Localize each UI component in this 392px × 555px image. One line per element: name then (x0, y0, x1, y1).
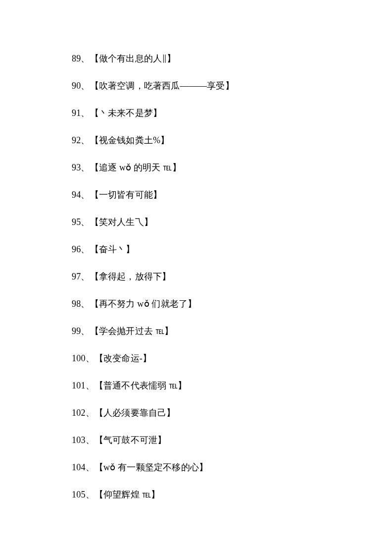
list-item: 104、【wǒ 有一颗坚定不移的心】 (72, 461, 343, 474)
list-item: 93、【追逐 wǒ 的明天 ℡】 (72, 161, 343, 174)
item-separator: 、 (81, 163, 90, 172)
item-separator: 、 (81, 299, 90, 309)
list-item: 100、【改变命运-】 (72, 352, 343, 365)
item-text: 【学会抛开过去 ℡】 (90, 326, 174, 336)
list-item: 95、【笑对人生乁】 (72, 216, 343, 229)
item-number: 98 (72, 299, 81, 309)
list-item: 99、【学会抛开过去 ℡】 (72, 325, 343, 338)
item-number: 89 (72, 54, 81, 63)
list-item: 91、【丶未来不是梦】 (72, 107, 343, 120)
item-number: 92 (72, 135, 81, 145)
list-item: 90、【吹著空调，吃著西瓜———享受】 (72, 79, 343, 93)
list-item: 101、【普通不代表懦弱 ℡】 (72, 379, 343, 392)
item-number: 101 (72, 381, 86, 390)
item-text: 【奋斗丶】 (90, 244, 135, 254)
item-number: 90 (72, 81, 81, 91)
item-text: 【丶未来不是梦】 (90, 108, 162, 118)
item-text: 【笑对人生乁】 (90, 217, 153, 227)
item-separator: 、 (81, 81, 90, 91)
item-separator: 、 (81, 54, 90, 63)
item-separator: 、 (81, 326, 90, 336)
list-item: 103、【气可鼓不可泄】 (72, 434, 343, 447)
item-separator: 、 (81, 244, 90, 254)
item-number: 105 (72, 490, 86, 500)
item-text: 【一切皆有可能】 (90, 190, 162, 200)
item-separator: 、 (86, 435, 95, 445)
item-number: 104 (72, 462, 86, 472)
item-separator: 、 (81, 190, 90, 200)
item-text: 【吹著空调，吃著西瓜———享受】 (90, 81, 234, 91)
item-text: 【拿得起，放得下】 (90, 272, 171, 281)
item-number: 91 (72, 108, 81, 118)
item-text: 【wǒ 有一颗坚定不移的心】 (95, 462, 208, 472)
list-item: 98、【再不努力 wǒ 们就老了】 (72, 297, 343, 311)
item-text: 【再不努力 wǒ 们就老了】 (90, 299, 197, 309)
item-number: 95 (72, 217, 81, 227)
list-item: 92、【视金钱如粪土%】 (72, 134, 343, 147)
item-number: 102 (72, 408, 86, 418)
item-text: 【视金钱如粪土%】 (90, 135, 170, 145)
item-number: 96 (72, 244, 81, 254)
item-number: 93 (72, 163, 81, 172)
item-text: 【气可鼓不可泄】 (95, 435, 167, 445)
item-text: 【追逐 wǒ 的明天 ℡】 (90, 163, 181, 172)
item-number: 94 (72, 190, 81, 200)
list-item: 89、【做个有出息的人‖】 (72, 52, 343, 65)
item-separator: 、 (81, 217, 90, 227)
item-number: 100 (72, 353, 86, 363)
item-number: 99 (72, 326, 81, 336)
list-item: 105、【仰望辉煌 ℡】 (72, 488, 343, 501)
list-item: 94、【一切皆有可能】 (72, 188, 343, 202)
item-text: 【做个有出息的人‖】 (90, 54, 176, 63)
item-separator: 、 (86, 408, 95, 418)
item-number: 103 (72, 435, 86, 445)
item-separator: 、 (81, 108, 90, 118)
item-separator: 、 (86, 490, 95, 500)
list-item: 102、【人必须要靠自己】 (72, 406, 343, 420)
item-text: 【人必须要靠自己】 (95, 408, 176, 418)
item-separator: 、 (81, 272, 90, 281)
list-item: 97、【拿得起，放得下】 (72, 270, 343, 283)
item-separator: 、 (81, 135, 90, 145)
item-separator: 、 (86, 353, 95, 363)
item-separator: 、 (86, 462, 95, 472)
item-separator: 、 (86, 381, 95, 390)
item-text: 【仰望辉煌 ℡】 (95, 490, 160, 500)
item-text: 【改变命运-】 (95, 353, 151, 363)
list-item: 96、【奋斗丶】 (72, 243, 343, 256)
item-text: 【普通不代表懦弱 ℡】 (95, 381, 187, 390)
numbered-list: 89、【做个有出息的人‖】 90、【吹著空调，吃著西瓜———享受】 91、【丶未… (72, 52, 343, 515)
item-number: 97 (72, 272, 81, 281)
